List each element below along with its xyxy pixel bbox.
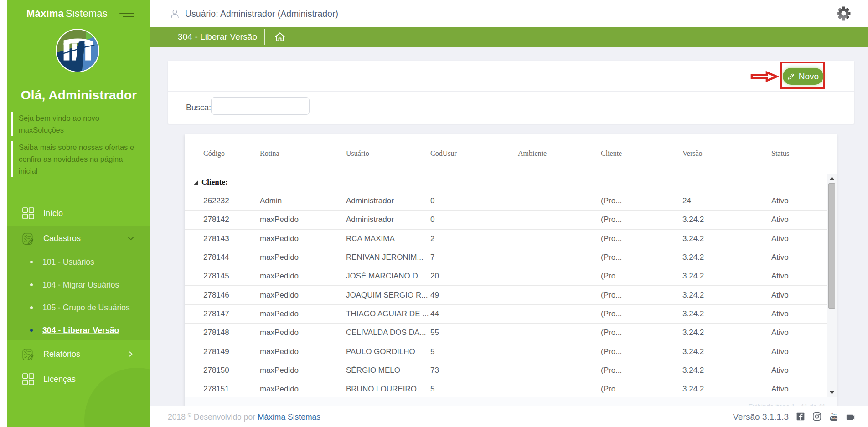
table-row[interactable]: 278147maxPedidoTHIAGO AGUIAR DE ...44(Pr… [185, 305, 837, 324]
cell-versão: 3.24.2 [682, 211, 704, 229]
cell-versão: 24 [682, 192, 691, 210]
facebook-icon[interactable] [796, 412, 806, 422]
cell-usuário: Administrador [346, 211, 394, 229]
cell-usuário: PAULO GORDILHO [346, 342, 415, 360]
table-row[interactable]: 278144maxPedidoRENIVAN JERONIM...7(Pro..… [185, 248, 837, 267]
cell-rotina: Admin [260, 192, 282, 210]
column-header-ambiente[interactable]: Ambiente [518, 134, 547, 173]
search-label: Busca: [186, 103, 211, 113]
table-row[interactable]: 278150maxPedidoSÉRGIO MELO73(Pro...3.24.… [185, 361, 837, 380]
video-camera-icon[interactable] [845, 412, 855, 422]
table-row[interactable]: 278145maxPedidoJOSÉ MARCIANO D...20(Pro.… [185, 267, 837, 286]
cell-código: 278148 [203, 324, 229, 342]
column-header-usuário[interactable]: Usuário [346, 134, 369, 173]
scrollbar-down-icon[interactable] [827, 389, 837, 396]
cell-rotina: maxPedido [260, 342, 299, 360]
sidebar-note-welcome: Seja bem vindo ao novo maxSoluções [11, 112, 139, 136]
cell-usuário: JOSÉ MARCIANO D... [346, 267, 424, 285]
grid-icon [22, 207, 34, 219]
cell-código: 278151 [203, 380, 229, 397]
grid-pager: Exibindo itens 1 - 11 de 11 [185, 397, 837, 406]
cell-codusur: 44 [430, 305, 439, 323]
cell-status: Ativo [771, 286, 789, 304]
hamburger-menu-icon[interactable] [119, 10, 134, 17]
cell-rotina: maxPedido [260, 380, 299, 397]
cell-status: Ativo [771, 192, 789, 210]
cell-rotina: maxPedido [260, 267, 299, 285]
cell-codusur: 49 [430, 286, 439, 304]
column-header-rotina[interactable]: Rotina [260, 134, 279, 173]
cell-status: Ativo [771, 361, 789, 380]
user-icon [170, 8, 180, 19]
instagram-icon[interactable] [812, 412, 822, 422]
bullet-icon [30, 283, 33, 286]
cell-usuário: CELIVALDA DOS DA... [346, 324, 426, 342]
table-row[interactable]: 278143maxPedidoRCA MAXIMA2(Pro...3.24.2A… [185, 230, 837, 248]
scrollbar-up-icon[interactable] [827, 174, 837, 182]
cell-código: 278149 [203, 342, 229, 360]
toolbar-card: Novo Busca: [168, 61, 854, 124]
bullet-icon [30, 306, 33, 309]
cell-versão: 3.24.2 [682, 361, 704, 380]
novo-button[interactable]: Novo [783, 68, 823, 85]
footer-year: 2018 [168, 412, 186, 421]
table-row[interactable]: 278146maxPedidoJOAQUIM SERGIO R...49(Pro… [185, 286, 837, 304]
sidebar-item-cadastros[interactable]: Cadastros [7, 226, 150, 251]
app-window: MáximaSistemas Olá, [0, 0, 868, 427]
cell-usuário: RCA MAXIMA [346, 230, 395, 248]
scrollbar-thumb[interactable] [828, 183, 835, 309]
table-row[interactable]: 278151maxPedidoBRUNO LOUREIRO5(Pro...3.2… [185, 380, 837, 397]
table-row[interactable]: 278148maxPedidoCELIVALDA DOS DA...55(Pro… [185, 324, 837, 342]
cell-versão: 3.24.2 [682, 305, 704, 323]
home-icon[interactable] [274, 31, 285, 42]
cell-código: 278146 [203, 286, 229, 304]
sidebar-item-label: Relatórios [43, 350, 80, 359]
footer-version: Versão 3.1.1.3 [733, 412, 789, 422]
grid-header-row: CódigoRotinaUsuárioCodUsurAmbienteClient… [185, 134, 837, 173]
sidebar-subitem-105[interactable]: 105 - Grupo de Usuários [7, 296, 150, 319]
search-input[interactable] [211, 97, 310, 115]
cell-codusur: 5 [430, 342, 434, 360]
current-user-label: Usuário: Administrador (Administrador) [185, 9, 338, 19]
column-header-codusur[interactable]: CodUsur [430, 134, 457, 173]
group-collapse-icon[interactable] [193, 180, 198, 185]
grid-scrollbar[interactable] [827, 174, 837, 397]
sidebar-note-offers: Saiba mais sobre nossas ofertas e confir… [11, 141, 139, 177]
cell-codusur: 20 [430, 267, 439, 285]
footer-right: Versão 3.1.1.3 You Tube [733, 406, 855, 427]
column-header-código[interactable]: Código [203, 134, 225, 173]
chevron-down-icon [128, 237, 134, 240]
cell-rotina: maxPedido [260, 286, 299, 304]
cell-usuário: JOAQUIM SERGIO R... [346, 286, 428, 304]
cell-usuário: BRUNO LOUREIRO [346, 380, 417, 397]
sidebar-subitem-104[interactable]: 104 - Migrar Usuários [7, 273, 150, 296]
footer-copyright: 2018 © Desenvolvido por Máxima Sistemas [168, 412, 320, 422]
cell-versão: 3.24.2 [682, 380, 704, 397]
settings-gear-icon[interactable] [836, 6, 851, 21]
breadcrumb-title: 304 - Liberar Versão [178, 27, 257, 46]
cell-versão: 3.24.2 [682, 286, 704, 304]
column-header-cliente[interactable]: Cliente [601, 134, 622, 173]
sidebar-item-licencas[interactable]: Licenças [7, 370, 150, 388]
cell-usuário: RENIVAN JERONIM... [346, 248, 424, 267]
footer-company-link[interactable]: Máxima Sistemas [258, 412, 320, 421]
cell-codusur: 7 [430, 248, 434, 267]
sidebar-subitem-101[interactable]: 101 - Usuários [7, 251, 150, 273]
cell-usuário: SÉRGIO MELO [346, 361, 400, 380]
cell-rotina: maxPedido [260, 305, 299, 323]
column-header-status[interactable]: Status [771, 134, 789, 173]
table-row[interactable]: 262232AdminAdministrador0(Pro...24Ativo [185, 192, 837, 211]
table-row[interactable]: 278149maxPedidoPAULO GORDILHO5(Pro...3.2… [185, 342, 837, 361]
cell-status: Ativo [771, 324, 789, 342]
cell-status: Ativo [771, 230, 789, 248]
sidebar-item-inicio[interactable]: Início [7, 205, 150, 222]
table-row[interactable]: 278142maxPedidoAdministrador0(Pro...3.24… [185, 211, 837, 229]
cell-status: Ativo [771, 248, 789, 267]
youtube-icon[interactable]: You Tube [829, 412, 838, 422]
sidebar-subitem-304[interactable]: 304 - Liberar Versão [7, 319, 150, 342]
cell-usuário: THIAGO AGUIAR DE ... [346, 305, 429, 323]
column-header-versão[interactable]: Versão [682, 134, 703, 173]
cell-codusur: 0 [430, 211, 434, 229]
sidebar-item-relatorios[interactable]: Relatórios [7, 345, 150, 363]
cell-versão: 3.24.2 [682, 230, 704, 248]
